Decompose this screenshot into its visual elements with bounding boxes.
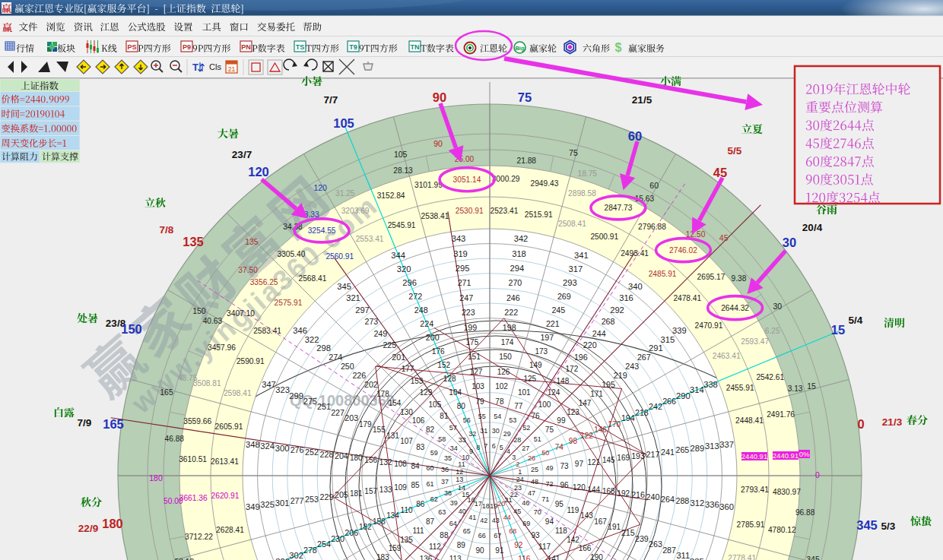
svg-text:229: 229 xyxy=(320,492,334,501)
svg-text:151: 151 xyxy=(468,353,481,361)
svg-text:2793.41: 2793.41 xyxy=(741,486,769,494)
svg-text:326: 326 xyxy=(275,557,290,560)
svg-text:31: 31 xyxy=(480,427,487,435)
svg-text:194: 194 xyxy=(621,413,635,422)
svg-text:46: 46 xyxy=(522,499,529,507)
svg-text:158: 158 xyxy=(373,517,386,526)
svg-text:223: 223 xyxy=(462,308,475,317)
svg-text:144: 144 xyxy=(587,486,600,494)
svg-text:99: 99 xyxy=(557,416,566,425)
svg-text:225: 225 xyxy=(383,340,396,350)
svg-text:152: 152 xyxy=(437,361,450,369)
svg-text:TS: TS xyxy=(296,43,305,51)
svg-text:177: 177 xyxy=(402,365,414,373)
svg-text:216: 216 xyxy=(631,490,645,499)
svg-text:0%: 0% xyxy=(799,450,810,458)
svg-text:322: 322 xyxy=(305,335,319,344)
svg-text:3305.40: 3305.40 xyxy=(277,250,305,258)
svg-text:98: 98 xyxy=(569,437,578,445)
svg-text:2530.91: 2530.91 xyxy=(456,207,484,215)
svg-text:74: 74 xyxy=(555,443,564,451)
svg-text:2847.73: 2847.73 xyxy=(604,204,632,212)
svg-text:277: 277 xyxy=(291,496,304,505)
svg-text:55: 55 xyxy=(478,413,486,420)
svg-text:222: 222 xyxy=(504,308,518,317)
svg-text:21.88: 21.88 xyxy=(517,157,537,165)
svg-text:PN: PN xyxy=(241,43,251,51)
svg-text:226: 226 xyxy=(352,371,366,380)
svg-text:2778.41: 2778.41 xyxy=(728,554,756,560)
svg-text:150: 150 xyxy=(192,306,206,315)
svg-text:20/4: 20/4 xyxy=(802,222,823,233)
svg-text:105: 105 xyxy=(429,400,442,409)
svg-text:295: 295 xyxy=(456,264,470,273)
svg-text:2695.17: 2695.17 xyxy=(697,273,726,281)
svg-text:198: 198 xyxy=(503,323,516,332)
svg-text:2583.41: 2583.41 xyxy=(253,327,281,335)
svg-text:39: 39 xyxy=(450,499,458,507)
svg-text:192: 192 xyxy=(617,489,630,498)
svg-text:251: 251 xyxy=(317,402,331,411)
svg-text:313: 313 xyxy=(705,441,719,451)
svg-text:2538.41: 2538.41 xyxy=(421,212,449,220)
svg-text:2448.41: 2448.41 xyxy=(735,416,764,425)
svg-text:41: 41 xyxy=(468,514,476,521)
svg-text:2515.91: 2515.91 xyxy=(525,210,553,219)
svg-text:338: 338 xyxy=(703,380,718,389)
svg-text:126: 126 xyxy=(497,368,510,376)
svg-text:244: 244 xyxy=(592,329,606,338)
svg-text:180: 180 xyxy=(149,473,163,482)
svg-text:136: 136 xyxy=(420,555,433,560)
svg-text:2542.61: 2542.61 xyxy=(756,373,784,381)
svg-text:26: 26 xyxy=(528,454,535,462)
svg-text:57: 57 xyxy=(449,424,457,432)
svg-text:287: 287 xyxy=(662,546,676,555)
svg-text:12: 12 xyxy=(456,468,463,476)
svg-text:195: 195 xyxy=(602,380,615,389)
svg-text:2568.41: 2568.41 xyxy=(298,274,326,283)
svg-text:321: 321 xyxy=(346,293,360,302)
svg-text:35: 35 xyxy=(444,454,452,462)
svg-text:315: 315 xyxy=(661,335,675,344)
svg-text:105: 105 xyxy=(394,150,408,159)
svg-text:77: 77 xyxy=(514,402,523,410)
svg-text:349: 349 xyxy=(246,502,260,511)
svg-text:215: 215 xyxy=(621,528,635,537)
svg-text:145: 145 xyxy=(602,456,615,464)
svg-text:90: 90 xyxy=(433,90,446,104)
svg-text:269: 269 xyxy=(557,292,571,301)
svg-text:318: 318 xyxy=(512,249,526,258)
svg-text:228: 228 xyxy=(320,450,334,459)
svg-text:90: 90 xyxy=(433,139,443,148)
svg-text:292: 292 xyxy=(610,305,624,315)
svg-text:191: 191 xyxy=(608,523,621,531)
svg-text:5/5: 5/5 xyxy=(728,145,742,157)
svg-text:34: 34 xyxy=(450,445,458,452)
svg-text:180: 180 xyxy=(350,454,363,462)
svg-text:21/3: 21/3 xyxy=(882,416,903,428)
svg-text:88: 88 xyxy=(440,531,449,539)
svg-text:51: 51 xyxy=(534,435,541,443)
svg-text:200: 200 xyxy=(426,333,440,342)
svg-text:2575.91: 2575.91 xyxy=(275,299,303,307)
svg-text:240: 240 xyxy=(646,492,660,501)
svg-text:5/4: 5/4 xyxy=(849,315,863,326)
svg-text:247: 247 xyxy=(459,293,473,302)
svg-text:107: 107 xyxy=(400,437,413,445)
svg-text:320: 320 xyxy=(397,264,411,274)
svg-text:27: 27 xyxy=(522,445,529,452)
svg-text:80: 80 xyxy=(457,402,466,410)
svg-text:6: 6 xyxy=(492,442,496,450)
svg-text:21/5: 21/5 xyxy=(632,94,652,106)
svg-text:203: 203 xyxy=(344,413,358,422)
svg-text:221: 221 xyxy=(546,319,560,328)
svg-text:341: 341 xyxy=(574,251,589,260)
svg-text:86: 86 xyxy=(416,500,425,508)
svg-text:142: 142 xyxy=(567,536,579,544)
svg-text:148: 148 xyxy=(557,377,570,385)
svg-text:71: 71 xyxy=(541,495,549,503)
svg-text:64: 64 xyxy=(449,520,457,527)
svg-text:4780.12: 4780.12 xyxy=(768,526,796,534)
svg-text:176: 176 xyxy=(432,347,445,356)
svg-text:109: 109 xyxy=(394,483,407,492)
